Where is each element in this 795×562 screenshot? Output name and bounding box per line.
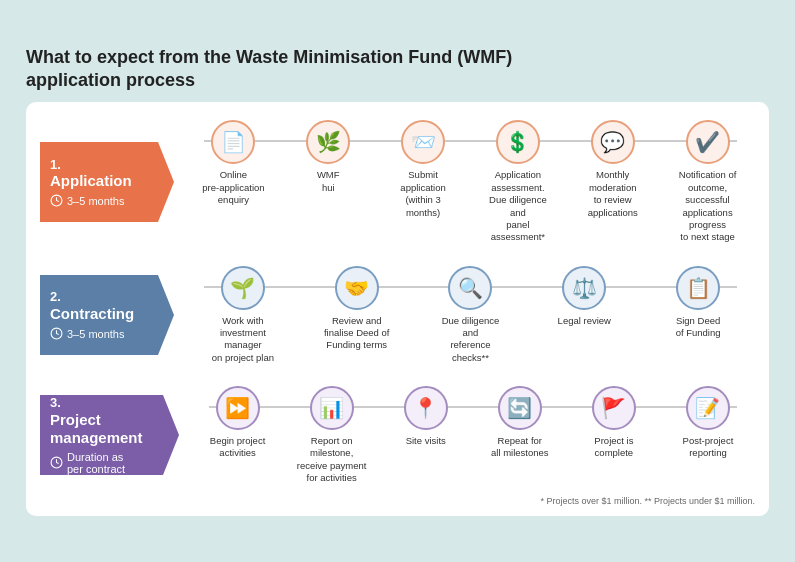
step-application-0: 📄Onlinepre-applicationenquiry	[186, 120, 281, 206]
step-label-project-management-1: Report on milestone,receive paymentfor a…	[296, 435, 368, 484]
section-label-application: 1.Application 3–5 months	[40, 142, 158, 222]
step-label-project-management-4: Project iscomplete	[594, 435, 633, 460]
steps-area-application: 📄Onlinepre-applicationenquiry🌿WMFhui📨Sub…	[186, 114, 755, 249]
section-number-application: 1.	[50, 157, 138, 173]
step-label-contracting-1: Review andfinalise Deed ofFunding terms	[324, 315, 389, 352]
step-icon-application-3: 💲	[496, 120, 540, 164]
step-label-project-management-5: Post-projectreporting	[683, 435, 734, 460]
step-label-contracting-4: Sign Deedof Funding	[676, 315, 721, 340]
clock-icon	[50, 194, 63, 207]
step-icon-application-0: 📄	[211, 120, 255, 164]
step-contracting-0: 🌱Work withinvestment manageron project p…	[186, 266, 300, 364]
step-icon-application-4: 💬	[591, 120, 635, 164]
step-icon-project-management-3: 🔄	[498, 386, 542, 430]
step-icon-project-management-0: ⏩	[216, 386, 260, 430]
step-icon-contracting-3: ⚖️	[562, 266, 606, 310]
step-label-application-4: Monthlymoderationto reviewapplications	[588, 169, 638, 218]
section-label-project-management: 3.Projectmanagement Duration asper contr…	[40, 395, 163, 475]
step-project-management-4: 🚩Project iscomplete	[567, 386, 661, 460]
step-project-management-1: 📊Report on milestone,receive paymentfor …	[285, 386, 379, 484]
step-icon-project-management-1: 📊	[310, 386, 354, 430]
section-contracting: 2.Contracting 3–5 months🌱Work withinvest…	[40, 260, 755, 370]
step-icon-project-management-4: 🚩	[592, 386, 636, 430]
section-number-contracting: 2.	[50, 289, 138, 305]
step-label-application-3: Applicationassessment.Due diligence andp…	[482, 169, 554, 243]
step-application-3: 💲Applicationassessment.Due diligence and…	[470, 120, 565, 243]
section-label-contracting: 2.Contracting 3–5 months	[40, 275, 158, 355]
clock-icon	[50, 456, 63, 469]
steps-area-project-management: ⏩Begin projectactivities📊Report on miles…	[191, 380, 755, 490]
step-label-project-management-2: Site visits	[406, 435, 446, 447]
step-icon-contracting-4: 📋	[676, 266, 720, 310]
step-icon-application-2: 📨	[401, 120, 445, 164]
step-application-1: 🌿WMFhui	[281, 120, 376, 194]
step-label-contracting-2: Due diligence andreference checks**	[434, 315, 506, 364]
step-label-application-0: Onlinepre-applicationenquiry	[202, 169, 264, 206]
section-project-management: 3.Projectmanagement Duration asper contr…	[40, 380, 755, 490]
step-contracting-3: ⚖️Legal review	[527, 266, 641, 327]
step-label-application-2: Submitapplication(within 3 months)	[387, 169, 459, 218]
step-label-application-1: WMFhui	[317, 169, 340, 194]
step-icon-contracting-1: 🤝	[335, 266, 379, 310]
step-icon-project-management-5: 📝	[686, 386, 730, 430]
clock-icon	[50, 327, 63, 340]
step-application-5: ✔️Notification ofoutcome, successfulappl…	[660, 120, 755, 243]
step-project-management-5: 📝Post-projectreporting	[661, 386, 755, 460]
section-time-contracting: 3–5 months	[50, 327, 138, 340]
step-project-management-0: ⏩Begin projectactivities	[191, 386, 285, 460]
step-icon-project-management-2: 📍	[404, 386, 448, 430]
step-icon-application-5: ✔️	[686, 120, 730, 164]
section-name-project-management: Projectmanagement	[50, 411, 143, 447]
step-icon-application-1: 🌿	[306, 120, 350, 164]
step-label-project-management-0: Begin projectactivities	[210, 435, 265, 460]
step-icon-contracting-0: 🌱	[221, 266, 265, 310]
footnote: * Projects over $1 million. ** Projects …	[40, 496, 755, 506]
step-label-contracting-3: Legal review	[558, 315, 611, 327]
step-contracting-2: 🔍Due diligence andreference checks**	[414, 266, 528, 364]
section-name-application: Application	[50, 172, 138, 190]
step-application-2: 📨Submitapplication(within 3 months)	[376, 120, 471, 218]
page-container: What to expect from the Waste Minimisati…	[12, 36, 783, 527]
step-application-4: 💬Monthlymoderationto reviewapplications	[565, 120, 660, 218]
steps-area-contracting: 🌱Work withinvestment manageron project p…	[186, 260, 755, 370]
step-contracting-1: 🤝Review andfinalise Deed ofFunding terms	[300, 266, 414, 352]
step-icon-contracting-2: 🔍	[448, 266, 492, 310]
section-application: 1.Application 3–5 months📄Onlinepre-appli…	[40, 114, 755, 249]
process-card: 1.Application 3–5 months📄Onlinepre-appli…	[26, 102, 769, 516]
step-project-management-3: 🔄Repeat forall milestones	[473, 386, 567, 460]
section-number-project-management: 3.	[50, 395, 143, 411]
step-project-management-2: 📍Site visits	[379, 386, 473, 447]
section-name-contracting: Contracting	[50, 305, 138, 323]
section-time-project-management: Duration asper contract	[50, 451, 143, 475]
step-label-application-5: Notification ofoutcome, successfulapplic…	[672, 169, 744, 243]
main-title: What to expect from the Waste Minimisati…	[26, 46, 769, 93]
step-contracting-4: 📋Sign Deedof Funding	[641, 266, 755, 340]
section-time-application: 3–5 months	[50, 194, 138, 207]
step-label-contracting-0: Work withinvestment manageron project pl…	[207, 315, 279, 364]
step-label-project-management-3: Repeat forall milestones	[491, 435, 549, 460]
